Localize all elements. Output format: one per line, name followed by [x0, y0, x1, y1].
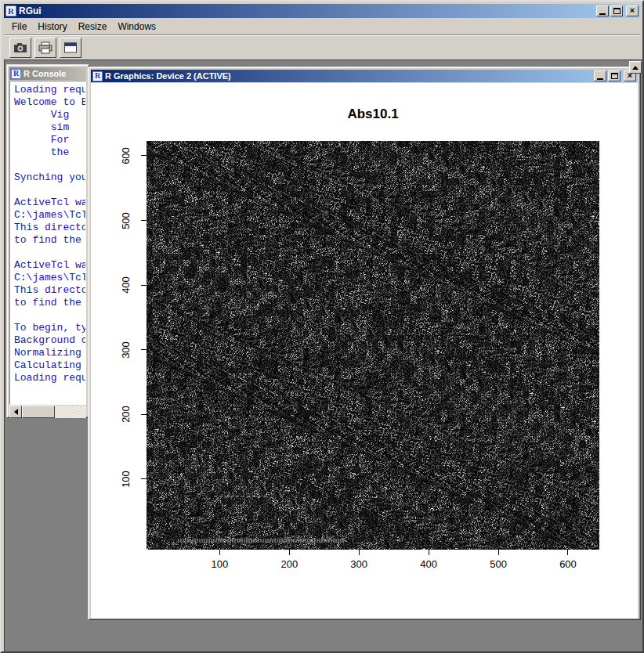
console-titlebar[interactable]: R R Console: [9, 67, 86, 80]
console-line: Calculating: [14, 359, 85, 372]
x-axis-tick: [429, 550, 429, 555]
r-logo-icon: R: [92, 71, 103, 81]
minimize-icon: [597, 78, 603, 80]
rgui-window: R RGui × File History Resize Windows: [0, 0, 644, 653]
arrow-up-icon: [632, 63, 639, 70]
window-icon: [63, 41, 78, 54]
camera-icon: [13, 41, 27, 54]
print-button[interactable]: [34, 38, 56, 58]
console-window: R R Console Loading requWelcome to B Vig…: [6, 64, 89, 418]
maximize-icon: [613, 8, 620, 14]
minimize-button[interactable]: [596, 5, 609, 16]
maximize-icon: [611, 73, 618, 79]
x-axis-tick-label: 400: [413, 558, 444, 570]
printer-icon: [38, 41, 52, 54]
scroll-left-button[interactable]: [9, 406, 22, 418]
console-window-button[interactable]: [60, 38, 81, 58]
y-axis-tick-label: 400: [120, 269, 131, 301]
console-line: the: [14, 146, 85, 159]
y-axis-tick-label: 600: [120, 140, 131, 171]
y-axis-tick-label: 500: [120, 205, 131, 236]
x-axis-tick-label: 200: [273, 558, 305, 570]
x-axis-tick: [498, 550, 499, 555]
console-line: Vig: [14, 109, 85, 121]
console-line: Loading requ: [14, 84, 85, 96]
console-line: To begin, ty: [14, 322, 85, 334]
camera-button[interactable]: [9, 38, 31, 58]
minimize-icon: [599, 13, 606, 15]
menu-resize[interactable]: Resize: [73, 20, 113, 34]
window-title: RGui: [19, 5, 596, 16]
y-axis-tick-label: 300: [120, 334, 131, 366]
x-axis-tick: [359, 550, 360, 555]
y-axis-tick-label: 100: [120, 464, 131, 495]
plot-image: [147, 141, 599, 550]
close-button[interactable]: ×: [626, 5, 639, 16]
console-line: [14, 184, 85, 197]
y-axis-tick-label: 200: [120, 399, 131, 430]
console-line: For: [14, 134, 85, 146]
toolbar: [4, 34, 640, 60]
x-axis-tick-label: 300: [343, 558, 374, 570]
r-logo-icon: R: [11, 69, 21, 79]
x-axis-tick: [567, 550, 568, 555]
arrow-left-icon: [11, 409, 18, 415]
console-line: This directo: [14, 284, 85, 297]
x-axis-tick-label: 600: [552, 558, 584, 570]
console-line: Welcome to B: [14, 96, 85, 109]
console-line: [14, 159, 85, 171]
x-axis-tick: [289, 550, 290, 555]
graphics-title: R Graphics: Device 2 (ACTIVE): [105, 71, 592, 81]
x-axis-tick: [219, 550, 220, 555]
menu-windows[interactable]: Windows: [112, 20, 161, 34]
mdi-area: R R Console Loading requWelcome to B Vig…: [4, 60, 643, 652]
console-line: Normalizing: [14, 347, 85, 359]
console-line: C:\james\Tcl: [14, 272, 85, 284]
graphics-minimize-button[interactable]: [594, 70, 606, 81]
r-logo-icon: R: [5, 5, 16, 16]
console-line: C:\james\Tcl: [14, 209, 85, 222]
plot-area: 100200300400500600100200300400500600: [147, 141, 599, 550]
console-line: to find the: [14, 234, 85, 247]
y-axis-tick: [141, 349, 147, 350]
caption-buttons: ×: [596, 5, 639, 16]
console-hscrollbar[interactable]: [9, 406, 86, 418]
menubar: File History Resize Windows: [4, 19, 640, 34]
mdi-scroll-up-button[interactable]: [629, 61, 642, 74]
console-line: Loading requ: [14, 372, 85, 384]
console-line: sim: [14, 121, 85, 134]
menu-file[interactable]: File: [6, 20, 32, 34]
y-axis-tick: [141, 220, 147, 221]
console-line: [14, 309, 85, 322]
y-axis-tick: [141, 478, 147, 479]
console-line: to find the: [14, 297, 85, 309]
y-axis-tick: [141, 414, 147, 415]
console-line: [14, 247, 85, 259]
console-line: Background c: [14, 334, 85, 347]
graphics-maximize-button[interactable]: [608, 70, 620, 81]
plot-title: Abs10.1: [147, 106, 599, 122]
menu-history[interactable]: History: [32, 20, 72, 34]
x-axis-tick-label: 500: [483, 558, 514, 570]
scrollbar-thumb[interactable]: [22, 406, 55, 418]
x-axis-tick-label: 100: [204, 558, 235, 570]
graphics-device-area: Abs10.1 10020030040050060010020030040050…: [91, 83, 638, 619]
console-line: Synching you: [14, 171, 85, 184]
y-axis-tick: [141, 155, 147, 156]
console-line: ActiveTcl wa: [14, 259, 85, 272]
close-icon: ×: [630, 6, 635, 15]
maximize-button[interactable]: [610, 5, 623, 16]
graphics-titlebar[interactable]: R R Graphics: Device 2 (ACTIVE) ×: [91, 70, 638, 82]
y-axis-tick: [141, 285, 147, 286]
graphics-window: R R Graphics: Device 2 (ACTIVE) × Abs10.…: [88, 67, 641, 620]
console-line: ActiveTcl wa: [14, 197, 85, 209]
console-title: R Console: [24, 69, 85, 78]
console-output[interactable]: Loading requWelcome to B Vig sim For the…: [9, 81, 86, 405]
rgui-titlebar[interactable]: R RGui ×: [4, 4, 640, 18]
console-line: This directo: [14, 222, 85, 234]
